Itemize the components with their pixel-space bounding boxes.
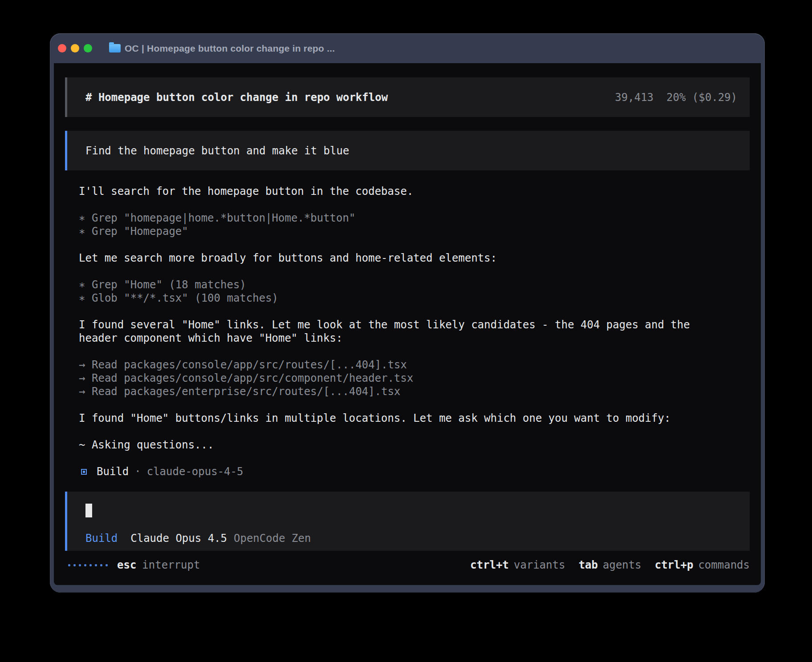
- user-message-block: Find the homepage button and make it blu…: [65, 131, 750, 170]
- shortcut-key: ctrl+p: [655, 558, 694, 572]
- tool-call-text: Read packages/console/app/src/routes/[..…: [92, 358, 407, 371]
- provider-label: OpenCode Zen: [234, 532, 311, 545]
- model-label: Claude Opus 4.5: [130, 532, 227, 545]
- agent-model: claude-opus-4-5: [147, 465, 244, 478]
- tool-call-text: Glob "**/*.tsx" (100 matches): [92, 291, 278, 305]
- close-button[interactable]: [58, 44, 66, 52]
- user-message-text: Find the homepage button and make it blu…: [85, 144, 349, 157]
- text-cursor: [85, 504, 92, 517]
- agent-task-line: Build · claude-opus-4-5: [79, 465, 733, 478]
- tool-call-group: ∗ Grep "Home" (18 matches) ∗ Glob "**/*.…: [79, 278, 733, 305]
- tool-call-text: Read packages/enterprise/src/routes/[...…: [92, 385, 401, 398]
- tool-call-text: Grep "Home" (18 matches): [92, 278, 246, 291]
- user-accent-bar: [65, 131, 67, 170]
- status-bar: esc interrupt ctrl+t variants tab agents…: [68, 558, 750, 572]
- asterisk-icon: ∗: [79, 278, 92, 291]
- tool-call: ∗ Grep "homepage|home.*button|Home.*butt…: [79, 211, 733, 225]
- arrow-right-icon: →: [79, 385, 92, 398]
- app-window: OC | Homepage button color change in rep…: [50, 33, 765, 593]
- maximize-button[interactable]: [84, 44, 92, 52]
- session-title: # Homepage button color change in repo w…: [85, 91, 388, 104]
- window-title: OC | Homepage button color change in rep…: [125, 43, 335, 54]
- separator-dot: ·: [134, 465, 141, 478]
- prompt-input[interactable]: Build Claude Opus 4.5 OpenCode Zen: [65, 492, 750, 551]
- tool-call: ∗ Glob "**/*.tsx" (100 matches): [79, 291, 733, 305]
- shortcut-variants: ctrl+t variants: [470, 558, 565, 572]
- tool-call-text: Read packages/console/app/src/component/…: [92, 371, 413, 385]
- minimize-button[interactable]: [71, 44, 79, 52]
- shortcut-key: ctrl+t: [470, 558, 509, 572]
- shortcut-label: agents: [603, 558, 641, 572]
- assistant-paragraph: I'll search for the homepage button in t…: [79, 185, 733, 198]
- tool-call: → Read packages/console/app/src/routes/[…: [79, 358, 733, 371]
- tool-call-group: ∗ Grep "homepage|home.*button|Home.*butt…: [79, 211, 733, 238]
- input-accent-bar: [65, 492, 67, 551]
- arrow-right-icon: →: [79, 371, 92, 385]
- shortcut-label: commands: [698, 558, 750, 572]
- header-accent-bar: [65, 77, 67, 117]
- esc-key-hint: esc: [117, 558, 136, 572]
- spinner-dots-icon: [68, 564, 108, 566]
- assistant-status-line: ~ Asking questions...: [79, 438, 733, 452]
- token-count: 39,413: [615, 91, 654, 104]
- asterisk-icon: ∗: [79, 291, 92, 305]
- asterisk-icon: ∗: [79, 211, 92, 225]
- folder-icon: [109, 44, 121, 52]
- tool-call-text: Grep "Homepage": [92, 225, 188, 238]
- tool-call-group: → Read packages/console/app/src/routes/[…: [79, 358, 733, 398]
- assistant-transcript: I'll search for the homepage button in t…: [79, 185, 733, 478]
- session-header: # Homepage button color change in repo w…: [65, 77, 750, 117]
- context-usage: 20% ($0.29): [666, 91, 737, 104]
- tool-call: → Read packages/console/app/src/componen…: [79, 371, 733, 385]
- assistant-paragraph: I found several "Home" links. Let me loo…: [79, 318, 733, 345]
- agent-name: Build: [97, 465, 129, 478]
- mode-label: Build: [85, 532, 118, 545]
- arrow-right-icon: →: [79, 358, 92, 371]
- shortcut-label: variants: [514, 558, 565, 572]
- esc-key-label: interrupt: [142, 558, 200, 572]
- shortcut-commands: ctrl+p commands: [655, 558, 750, 572]
- shortcut-key: tab: [579, 558, 598, 572]
- shortcut-agents: tab agents: [579, 558, 641, 572]
- assistant-paragraph: I found "Home" buttons/links in multiple…: [79, 412, 733, 425]
- tool-call: ∗ Grep "Home" (18 matches): [79, 278, 733, 291]
- window-titlebar[interactable]: OC | Homepage button color change in rep…: [50, 33, 765, 63]
- agent-build-icon: [81, 469, 87, 475]
- asterisk-icon: ∗: [79, 225, 92, 238]
- tool-call: → Read packages/enterprise/src/routes/[.…: [79, 385, 733, 398]
- tool-call: ∗ Grep "Homepage": [79, 225, 733, 238]
- terminal-screen: # Homepage button color change in repo w…: [54, 63, 761, 585]
- tool-call-text: Grep "homepage|home.*button|Home.*button…: [92, 211, 355, 225]
- assistant-paragraph: Let me search more broadly for buttons a…: [79, 251, 733, 265]
